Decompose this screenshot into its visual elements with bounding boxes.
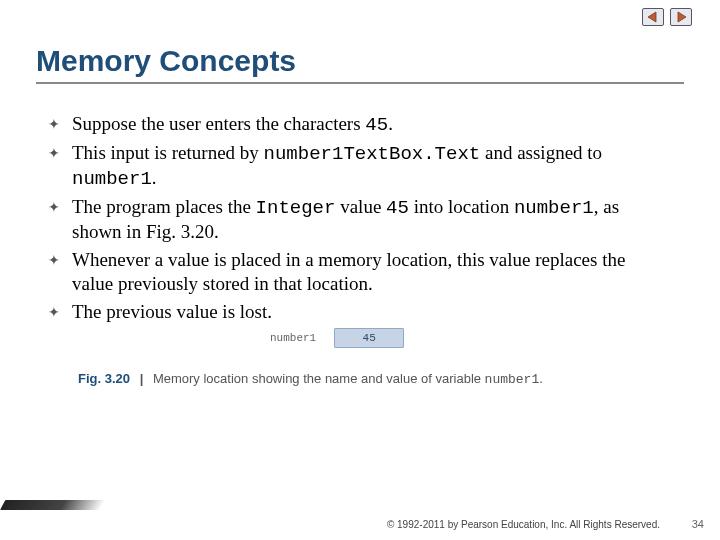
bullet-icon: ✦ — [48, 300, 72, 324]
list-item: ✦ Whenever a value is placed in a memory… — [48, 248, 658, 296]
text-run: value — [335, 196, 386, 217]
text-run: The program places the — [72, 196, 256, 217]
caption-text: . — [539, 371, 543, 386]
figure-caption: Fig. 3.20 | Memory location showing the … — [78, 370, 598, 389]
caption-fignum: Fig. 3.20 — [78, 371, 130, 386]
code-run: 45 — [386, 197, 409, 219]
text-run: . — [152, 167, 157, 188]
prev-triangle-icon — [647, 11, 659, 23]
code-run: number1 — [514, 197, 594, 219]
list-item: ✦ Suppose the user enters the characters… — [48, 112, 658, 137]
figure-value-box: 45 — [334, 328, 404, 348]
decorative-swoosh — [0, 500, 105, 510]
bullet-icon: ✦ — [48, 112, 72, 137]
text-run: Whenever a value is placed in a memory l… — [72, 249, 625, 294]
prev-button[interactable] — [642, 8, 664, 26]
list-item: ✦ The previous value is lost. — [48, 300, 658, 324]
page-title: Memory Concepts — [36, 44, 296, 78]
text-run: and assigned to — [480, 142, 602, 163]
copyright-text: © 1992-2011 by Pearson Education, Inc. A… — [0, 519, 660, 530]
bullet-icon: ✦ — [48, 195, 72, 244]
caption-text: Memory location showing the name and val… — [153, 371, 485, 386]
figure-var-label: number1 — [270, 332, 316, 344]
bullet-text: Suppose the user enters the characters 4… — [72, 112, 393, 137]
bullet-text: The previous value is lost. — [72, 300, 272, 324]
bullet-text: Whenever a value is placed in a memory l… — [72, 248, 658, 296]
list-item: ✦ The program places the Integer value 4… — [48, 195, 658, 244]
text-run: This input is returned by — [72, 142, 264, 163]
next-button[interactable] — [670, 8, 692, 26]
text-run: The previous value is lost. — [72, 301, 272, 322]
caption-divider: | — [140, 371, 144, 386]
bullet-icon: ✦ — [48, 248, 72, 296]
bullet-text: This input is returned by number1TextBox… — [72, 141, 658, 191]
figure-diagram: number1 45 — [270, 328, 404, 348]
slide: Memory Concepts ✦ Suppose the user enter… — [0, 0, 720, 540]
code-run: number1 — [72, 168, 152, 190]
text-run: Suppose the user enters the characters — [72, 113, 365, 134]
code-run: number1TextBox.Text — [264, 143, 481, 165]
next-triangle-icon — [675, 11, 687, 23]
svg-marker-1 — [678, 12, 686, 22]
bullet-list: ✦ Suppose the user enters the characters… — [48, 112, 658, 328]
code-run: Integer — [256, 197, 336, 219]
bullet-icon: ✦ — [48, 141, 72, 191]
caption-code: number1 — [485, 372, 540, 387]
bullet-text: The program places the Integer value 45 … — [72, 195, 658, 244]
nav-buttons — [642, 8, 692, 26]
svg-marker-0 — [648, 12, 656, 22]
text-run: . — [388, 113, 393, 134]
text-run: into location — [409, 196, 514, 217]
title-underline — [36, 82, 684, 84]
code-run: 45 — [365, 114, 388, 136]
list-item: ✦ This input is returned by number1TextB… — [48, 141, 658, 191]
page-number: 34 — [692, 518, 704, 530]
